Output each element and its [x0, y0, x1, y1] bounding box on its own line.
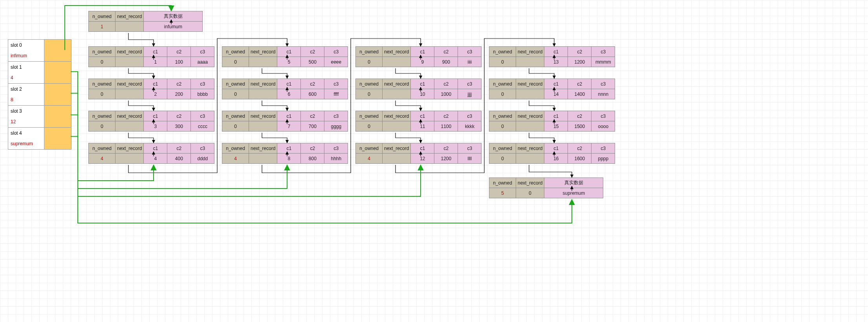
cell-n_owned: 0 — [489, 89, 516, 99]
cell-c2: 300 — [167, 121, 191, 132]
cell-n_owned: 0 — [356, 57, 383, 67]
cell-c2: 100 — [167, 57, 191, 67]
header-n_owned: n_owned — [89, 47, 115, 57]
header-next_record: next_record — [383, 79, 411, 89]
cell-n_owned: 1 — [89, 22, 115, 32]
header-real-data: 真实数据 — [144, 11, 203, 22]
header-c1: c1 — [277, 143, 301, 154]
header-c1: c1 — [544, 79, 568, 89]
header-c3: c3 — [191, 111, 214, 121]
cell-c1: 2 — [144, 89, 167, 99]
cell-c3: nnnn — [591, 89, 615, 99]
header-next_record: next_record — [249, 111, 277, 121]
record-2-2: n_ownednext_recordc1c2c30111100kkkk — [355, 111, 482, 132]
header-n_owned: n_owned — [489, 79, 516, 89]
header-c2: c2 — [301, 143, 324, 154]
header-c3: c3 — [324, 79, 348, 89]
header-c2: c2 — [568, 79, 591, 89]
record-3-1: n_ownednext_recordc1c2c30141400nnnn — [489, 79, 615, 99]
header-next_record: next_record — [115, 143, 144, 154]
cell-c3: dddd — [191, 154, 214, 164]
record-1-1: n_ownednext_recordc1c2c306600ffff — [222, 79, 348, 99]
header-c2: c2 — [434, 111, 458, 121]
cell-next_record — [516, 89, 544, 99]
header-c1: c1 — [144, 79, 167, 89]
header-n_owned: n_owned — [489, 47, 516, 57]
cell-c2: 1100 — [434, 121, 458, 132]
header-c1: c1 — [544, 47, 568, 57]
header-next_record: next_record — [115, 47, 144, 57]
header-c3: c3 — [191, 143, 214, 154]
cell-n_owned: 0 — [89, 121, 115, 132]
header-real-data: 真实数据 — [544, 178, 603, 188]
cell-c2: 1200 — [568, 57, 591, 67]
cell-n_owned: 4 — [222, 154, 249, 164]
header-next_record: next_record — [249, 143, 277, 154]
header-n_owned: n_owned — [356, 111, 383, 121]
header-c1: c1 — [411, 79, 434, 89]
record-0-1: n_ownednext_recordc1c2c302200bbbb — [88, 79, 214, 99]
slot-name: slot 1 — [11, 64, 44, 70]
record-1-0: n_ownednext_recordc1c2c305500eeee — [222, 46, 348, 67]
cell-c2: 1200 — [434, 154, 458, 164]
cell-c3: kkkk — [458, 121, 482, 132]
header-n_owned: n_owned — [356, 143, 383, 154]
page-directory: slot 0 infimum slot 1 4 slot 2 8 slot 3 … — [8, 39, 71, 150]
header-n_owned: n_owned — [489, 143, 516, 154]
header-c2: c2 — [167, 143, 191, 154]
header-c3: c3 — [591, 79, 615, 89]
slot-3: slot 3 12 — [8, 106, 71, 128]
cell-c2: 600 — [301, 89, 324, 99]
header-c3: c3 — [458, 79, 482, 89]
cell-c2: 1400 — [568, 89, 591, 99]
header-next_record: next_record — [516, 79, 544, 89]
record-1-3: n_ownednext_recordc1c2c348800hhhh — [222, 143, 348, 164]
header-next_record: next_record — [249, 79, 277, 89]
header-next_record: next_record — [383, 47, 411, 57]
cell-c3: jjjj — [458, 89, 482, 99]
header-next_record: next_record — [115, 111, 144, 121]
record-3-3: n_ownednext_recordc1c2c30161600pppp — [489, 143, 615, 164]
header-c1: c1 — [144, 47, 167, 57]
header-next_record: next_record — [516, 111, 544, 121]
cell-real-data: infumum — [144, 22, 203, 32]
cell-c3: aaaa — [191, 57, 214, 67]
cell-next_record — [115, 22, 144, 32]
slot-value: 12 — [11, 119, 44, 124]
header-c2: c2 — [167, 47, 191, 57]
cell-c3: cccc — [191, 121, 214, 132]
cell-next_record: 0 — [516, 188, 544, 198]
cell-n_owned: 0 — [89, 57, 115, 67]
header-c1: c1 — [144, 143, 167, 154]
header-c2: c2 — [568, 47, 591, 57]
record-2-0: n_ownednext_recordc1c2c309900iiii — [355, 46, 482, 67]
header-c3: c3 — [591, 47, 615, 57]
cell-c3: mmmm — [591, 57, 615, 67]
header-c3: c3 — [191, 79, 214, 89]
cell-c2: 400 — [167, 154, 191, 164]
slot-value: supremum — [11, 141, 44, 146]
cell-n_owned: 0 — [89, 89, 115, 99]
cell-n_owned: 0 — [222, 121, 249, 132]
cell-next_record — [516, 57, 544, 67]
diagram-canvas: slot 0 infimum slot 1 4 slot 2 8 slot 3 … — [0, 0, 868, 322]
slot-0: slot 0 infimum — [8, 40, 71, 62]
cell-n_owned: 0 — [222, 89, 249, 99]
header-c2: c2 — [568, 143, 591, 154]
header-n_owned: n_owned — [89, 79, 115, 89]
slot-pointer-cell — [44, 106, 71, 127]
header-n_owned: n_owned — [489, 178, 516, 188]
cell-next_record — [115, 89, 144, 99]
slot-pointer-cell — [44, 40, 71, 61]
cell-c2: 1500 — [568, 121, 591, 132]
cell-next_record — [115, 121, 144, 132]
record-1-2: n_ownednext_recordc1c2c307700gggg — [222, 111, 348, 132]
cell-c1: 4 — [144, 154, 167, 164]
header-c2: c2 — [301, 47, 324, 57]
slot-name: slot 3 — [11, 108, 44, 114]
cell-next_record — [516, 121, 544, 132]
header-c3: c3 — [191, 47, 214, 57]
cell-n_owned: 4 — [89, 154, 115, 164]
cell-c1: 5 — [277, 57, 301, 67]
header-next_record: next_record — [249, 47, 277, 57]
